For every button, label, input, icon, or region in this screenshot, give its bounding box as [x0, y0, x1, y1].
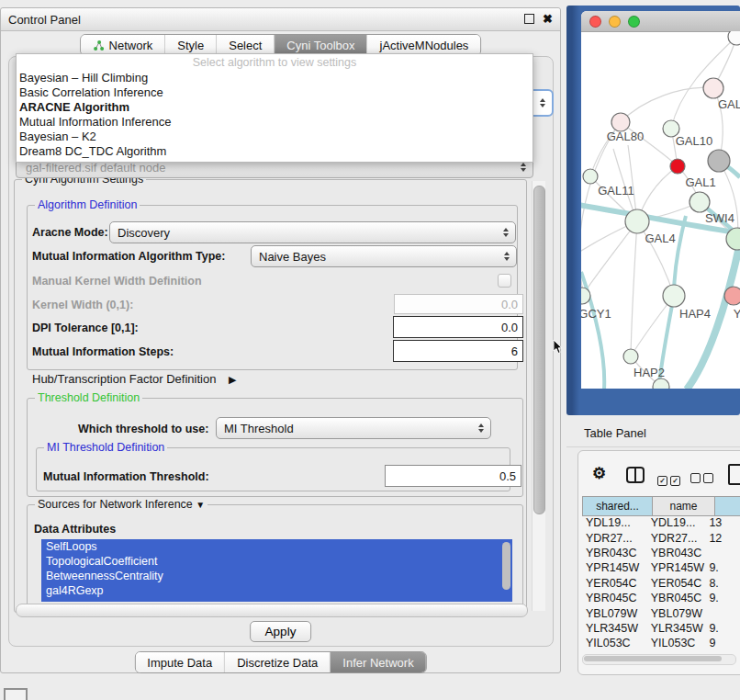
network-node-label: Y [734, 307, 740, 321]
show-columns-icon[interactable] [626, 467, 645, 483]
column-header[interactable]: shared... [582, 496, 653, 516]
network-node-label: GAL10 [676, 134, 712, 148]
algorithm-option[interactable]: Basic Correlation Inference [17, 85, 533, 100]
expanded-arrow-icon[interactable]: ▼ [196, 500, 205, 510]
table-row[interactable]: YER054CYER054C8. [582, 576, 740, 591]
network-node[interactable] [690, 192, 710, 212]
table-cell: YPR145W [647, 561, 706, 574]
table-cell: YDR27... [647, 532, 706, 545]
table-row[interactable]: YBR045CYBR045C9. [582, 591, 740, 605]
tab-cyni-toolbox[interactable]: Cyni Toolbox [275, 35, 367, 55]
aracne-mode-label: Aracne Mode: [32, 226, 108, 239]
table-row[interactable]: YPR145WYPR145W9. [582, 560, 740, 575]
aracne-mode-select[interactable]: Discovery [109, 221, 516, 243]
divider [566, 446, 740, 447]
network-node[interactable] [611, 113, 630, 131]
network-node-label: HAP2 [633, 366, 665, 379]
table-cell: 9. [705, 561, 740, 574]
tab-style[interactable]: Style [165, 35, 217, 55]
network-node[interactable] [623, 349, 638, 364]
table-cell: 9 [705, 637, 740, 649]
gear-icon[interactable]: ⚙ [592, 464, 606, 483]
threshold-definition-label: Threshold Definition [35, 391, 142, 404]
minimize-window-icon[interactable] [609, 16, 621, 28]
table-cell: YER054C [582, 577, 647, 590]
table-cell: YDL19... [582, 516, 647, 529]
aracne-mode-value: Discovery [110, 226, 499, 240]
mi-type-value: Naive Bayes [252, 250, 499, 264]
dpi-tolerance-value: 0.0 [501, 321, 518, 334]
network-node[interactable] [670, 159, 685, 174]
network-node-label: SWI4 [705, 211, 734, 225]
mouse-cursor [553, 339, 564, 355]
table-cell: YLR345W [582, 622, 647, 635]
zoom-window-icon[interactable] [628, 16, 640, 28]
close-panel-icon[interactable]: ✖ [543, 13, 553, 25]
network-edge [631, 221, 637, 356]
which-threshold-select[interactable]: MI Threshold [216, 417, 491, 439]
network-node[interactable] [703, 78, 723, 98]
float-panel-icon[interactable] [524, 14, 534, 24]
table-row[interactable]: YDL19...YDL19...13 [582, 515, 740, 530]
settings-vertical-scrollbar[interactable] [532, 181, 545, 611]
network-node[interactable] [583, 169, 598, 184]
cyni-bottom-tabbar: Impute Data Discretize Data Infer Networ… [134, 651, 426, 673]
algorithm-option[interactable]: Bayesian – K2 [17, 130, 533, 144]
manual-kernel-checkbox[interactable] [498, 274, 511, 288]
tab-select[interactable]: Select [217, 35, 275, 55]
column-header[interactable] [714, 496, 740, 516]
data-attribute-item[interactable]: SelfLoops [41, 539, 512, 554]
table-row[interactable]: YBR043CYBR043C [582, 546, 740, 560]
list-scrollbar[interactable] [502, 542, 510, 590]
mi-threshold-label: Mutual Information Threshold: [43, 470, 209, 483]
tab-discretize-data[interactable]: Discretize Data [225, 652, 331, 672]
select-all-icon[interactable]: ✓✓ [657, 470, 683, 487]
network-edge [621, 87, 713, 122]
network-node[interactable] [653, 378, 669, 389]
deselect-all-icon[interactable] [690, 470, 716, 487]
network-canvas[interactable]: GALGAL80GAL10GAL1GAL11GAL4SWI4HAP4YGCY1H… [581, 31, 740, 389]
tab-network-label: Network [109, 39, 153, 52]
data-attributes-list[interactable]: SelfLoopsTopologicalCoefficientBetweenne… [41, 539, 512, 602]
table-row[interactable]: YIL053CYIL053C9 [582, 636, 740, 650]
tab-network[interactable]: Network [81, 35, 166, 55]
close-window-icon[interactable] [589, 16, 601, 28]
algorithm-option[interactable]: Mutual Information Inference [17, 115, 533, 130]
mi-steps-field[interactable]: 6 [393, 340, 523, 362]
export-table-icon[interactable] [728, 464, 740, 485]
mi-threshold-field[interactable]: 0.5 [385, 465, 521, 487]
column-header[interactable]: name [652, 496, 715, 516]
table-horizontal-scrollbar[interactable] [582, 654, 736, 665]
mi-threshold-value: 0.5 [499, 469, 516, 483]
algorithm-option[interactable]: ARACNE Algorithm [17, 100, 533, 115]
tab-jactivemnodules[interactable]: jActiveMNodules [368, 35, 481, 55]
control-panel-titlebar: Control Panel ✖ [1, 8, 560, 31]
settings-horizontal-scrollbar[interactable] [16, 604, 528, 617]
table-row[interactable]: YBL079WYBL079W [582, 605, 740, 620]
scrollbar-thumb[interactable] [533, 186, 545, 514]
tab-infer-network[interactable]: Infer Network [331, 652, 425, 672]
data-attribute-item[interactable]: BetweennessCentrality [41, 569, 512, 583]
network-edge [671, 37, 736, 129]
minimized-panel-icon[interactable] [4, 688, 28, 700]
network-node[interactable] [724, 287, 740, 305]
data-attribute-item[interactable]: gal4RGexp [41, 583, 512, 598]
mi-threshold-definition-label: MI Threshold Definition [44, 441, 167, 454]
algorithm-option[interactable]: Dream8 DC_TDC Algorithm [17, 144, 533, 159]
network-node-label: HAP4 [679, 307, 711, 321]
data-attribute-item[interactable]: TopologicalCoefficient [41, 554, 512, 569]
network-node[interactable] [663, 285, 685, 307]
table-row[interactable]: YLR345WYLR345W9. [582, 621, 740, 636]
mi-type-select[interactable]: Naive Bayes [251, 245, 517, 267]
network-node[interactable] [625, 209, 649, 233]
table-cell: YLR345W [647, 622, 706, 635]
network-node[interactable] [708, 150, 730, 172]
table-row[interactable]: YDR27...YDR27...12 [582, 530, 740, 545]
apply-button[interactable]: Apply [250, 621, 312, 642]
dpi-tolerance-field[interactable]: 0.0 [393, 316, 523, 338]
tab-impute-data[interactable]: Impute Data [135, 652, 225, 672]
algorithm-option[interactable]: Bayesian – Hill Climbing [17, 71, 533, 85]
hub-tf-definition-toggle[interactable]: Hub/Transcription Factor Definition ▶ [32, 372, 236, 386]
table-cell: 9. [705, 622, 740, 635]
kernel-width-label: Kernel Width (0,1): [32, 299, 133, 311]
